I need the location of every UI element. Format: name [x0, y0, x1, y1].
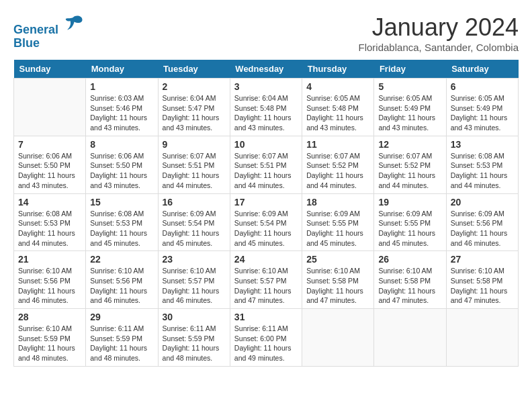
calendar-day-cell: 8Sunrise: 6:06 AM Sunset: 5:50 PM Daylig… [86, 136, 158, 193]
calendar-day-cell [446, 309, 518, 367]
day-of-week-header: Sunday [14, 60, 86, 79]
day-detail: Sunrise: 6:07 AM Sunset: 5:51 PM Dayligh… [163, 151, 226, 191]
day-number: 31 [234, 312, 298, 322]
day-of-week-header: Thursday [302, 60, 374, 79]
day-number: 21 [18, 254, 81, 265]
day-detail: Sunrise: 6:05 AM Sunset: 5:49 PM Dayligh… [451, 93, 514, 133]
day-number: 12 [378, 139, 441, 150]
day-number: 18 [306, 197, 369, 208]
day-detail: Sunrise: 6:10 AM Sunset: 5:58 PM Dayligh… [378, 266, 441, 306]
day-detail: Sunrise: 6:10 AM Sunset: 5:58 PM Dayligh… [451, 266, 514, 306]
day-number: 5 [378, 81, 441, 92]
calendar-day-cell: 21Sunrise: 6:10 AM Sunset: 5:56 PM Dayli… [14, 251, 86, 309]
calendar-day-cell: 1Sunrise: 6:03 AM Sunset: 5:46 PM Daylig… [86, 79, 158, 136]
day-detail: Sunrise: 6:08 AM Sunset: 5:53 PM Dayligh… [18, 209, 81, 248]
day-detail: Sunrise: 6:05 AM Sunset: 5:49 PM Dayligh… [378, 93, 441, 133]
logo: General Blue [13, 13, 83, 50]
day-number: 9 [163, 139, 226, 150]
day-detail: Sunrise: 6:10 AM Sunset: 5:59 PM Dayligh… [18, 324, 81, 363]
day-of-week-header: Monday [86, 60, 158, 79]
day-number: 22 [90, 254, 153, 265]
calendar-day-cell: 16Sunrise: 6:09 AM Sunset: 5:54 PM Dayli… [158, 193, 230, 251]
day-number: 24 [234, 254, 298, 265]
calendar-week-row: 21Sunrise: 6:10 AM Sunset: 5:56 PM Dayli… [14, 251, 519, 309]
day-detail: Sunrise: 6:09 AM Sunset: 5:55 PM Dayligh… [306, 209, 369, 248]
calendar-day-cell: 14Sunrise: 6:08 AM Sunset: 5:53 PM Dayli… [14, 193, 86, 251]
month-title: January 2024 [359, 13, 519, 42]
day-number: 6 [451, 81, 514, 92]
day-number: 26 [378, 254, 441, 265]
day-number: 3 [234, 81, 298, 92]
day-number: 29 [90, 312, 153, 322]
calendar-day-cell: 27Sunrise: 6:10 AM Sunset: 5:58 PM Dayli… [446, 251, 518, 309]
logo-blue: Blue [13, 36, 40, 50]
day-of-week-header: Friday [374, 60, 446, 79]
day-detail: Sunrise: 6:10 AM Sunset: 5:57 PM Dayligh… [234, 266, 298, 306]
day-number: 28 [18, 312, 81, 322]
calendar-week-row: 1Sunrise: 6:03 AM Sunset: 5:46 PM Daylig… [14, 79, 519, 136]
day-number: 17 [234, 197, 298, 208]
day-number: 15 [90, 197, 153, 208]
day-number: 7 [18, 139, 81, 150]
day-of-week-header: Saturday [446, 60, 518, 79]
calendar-day-cell: 5Sunrise: 6:05 AM Sunset: 5:49 PM Daylig… [374, 79, 446, 136]
day-detail: Sunrise: 6:07 AM Sunset: 5:51 PM Dayligh… [234, 151, 298, 191]
calendar-table: SundayMondayTuesdayWednesdayThursdayFrid… [13, 60, 519, 367]
day-detail: Sunrise: 6:04 AM Sunset: 5:47 PM Dayligh… [163, 93, 226, 133]
location: Floridablanca, Santander, Colombia [359, 42, 519, 53]
calendar-day-cell [374, 309, 446, 367]
calendar-day-cell: 28Sunrise: 6:10 AM Sunset: 5:59 PM Dayli… [14, 309, 86, 367]
calendar-day-cell: 26Sunrise: 6:10 AM Sunset: 5:58 PM Dayli… [374, 251, 446, 309]
calendar-day-cell: 10Sunrise: 6:07 AM Sunset: 5:51 PM Dayli… [230, 136, 302, 193]
day-detail: Sunrise: 6:08 AM Sunset: 5:53 PM Dayligh… [451, 151, 514, 191]
day-detail: Sunrise: 6:04 AM Sunset: 5:48 PM Dayligh… [234, 93, 298, 133]
day-number: 8 [90, 139, 153, 150]
day-number: 25 [306, 254, 369, 265]
day-detail: Sunrise: 6:06 AM Sunset: 5:50 PM Dayligh… [18, 151, 81, 191]
calendar-day-cell: 4Sunrise: 6:05 AM Sunset: 5:48 PM Daylig… [302, 79, 374, 136]
day-number: 30 [163, 312, 226, 322]
day-detail: Sunrise: 6:09 AM Sunset: 5:56 PM Dayligh… [451, 209, 514, 248]
calendar-day-cell: 19Sunrise: 6:09 AM Sunset: 5:55 PM Dayli… [374, 193, 446, 251]
calendar-day-cell: 23Sunrise: 6:10 AM Sunset: 5:57 PM Dayli… [158, 251, 230, 309]
day-number: 23 [163, 254, 226, 265]
title-block: January 2024 Floridablanca, Santander, C… [359, 13, 519, 53]
day-number: 2 [163, 81, 226, 92]
day-number: 19 [378, 197, 441, 208]
calendar-day-cell: 2Sunrise: 6:04 AM Sunset: 5:47 PM Daylig… [158, 79, 230, 136]
calendar-day-cell: 18Sunrise: 6:09 AM Sunset: 5:55 PM Dayli… [302, 193, 374, 251]
calendar-day-cell: 12Sunrise: 6:07 AM Sunset: 5:52 PM Dayli… [374, 136, 446, 193]
logo-general: General [13, 23, 58, 36]
calendar-day-cell: 7Sunrise: 6:06 AM Sunset: 5:50 PM Daylig… [14, 136, 86, 193]
calendar-day-cell: 3Sunrise: 6:04 AM Sunset: 5:48 PM Daylig… [230, 79, 302, 136]
page-header: General Blue January 2024 Floridablanca,… [13, 13, 519, 53]
calendar-day-cell: 25Sunrise: 6:10 AM Sunset: 5:58 PM Dayli… [302, 251, 374, 309]
day-detail: Sunrise: 6:10 AM Sunset: 5:56 PM Dayligh… [18, 266, 81, 306]
day-number: 16 [163, 197, 226, 208]
calendar-week-row: 7Sunrise: 6:06 AM Sunset: 5:50 PM Daylig… [14, 136, 519, 193]
calendar-day-cell [302, 309, 374, 367]
day-detail: Sunrise: 6:03 AM Sunset: 5:46 PM Dayligh… [90, 93, 153, 133]
day-detail: Sunrise: 6:10 AM Sunset: 5:58 PM Dayligh… [306, 266, 369, 306]
day-number: 11 [306, 139, 369, 150]
day-of-week-header: Wednesday [230, 60, 302, 79]
calendar-day-cell: 6Sunrise: 6:05 AM Sunset: 5:49 PM Daylig… [446, 79, 518, 136]
day-number: 13 [451, 139, 514, 150]
day-detail: Sunrise: 6:09 AM Sunset: 5:54 PM Dayligh… [163, 209, 226, 248]
calendar-header-row: SundayMondayTuesdayWednesdayThursdayFrid… [14, 60, 519, 79]
calendar-week-row: 28Sunrise: 6:10 AM Sunset: 5:59 PM Dayli… [14, 309, 519, 367]
day-number: 14 [18, 197, 81, 208]
day-detail: Sunrise: 6:11 AM Sunset: 5:59 PM Dayligh… [90, 324, 153, 363]
day-detail: Sunrise: 6:09 AM Sunset: 5:55 PM Dayligh… [378, 209, 441, 248]
calendar-day-cell: 30Sunrise: 6:11 AM Sunset: 5:59 PM Dayli… [158, 309, 230, 367]
day-number: 4 [306, 81, 369, 92]
calendar-week-row: 14Sunrise: 6:08 AM Sunset: 5:53 PM Dayli… [14, 193, 519, 251]
logo-bird-icon [63, 13, 83, 34]
day-detail: Sunrise: 6:11 AM Sunset: 6:00 PM Dayligh… [234, 324, 298, 363]
calendar-day-cell: 17Sunrise: 6:09 AM Sunset: 5:54 PM Dayli… [230, 193, 302, 251]
calendar-day-cell [14, 79, 86, 136]
day-detail: Sunrise: 6:06 AM Sunset: 5:50 PM Dayligh… [90, 151, 153, 191]
day-number: 10 [234, 139, 298, 150]
day-number: 27 [451, 254, 514, 265]
calendar-day-cell: 13Sunrise: 6:08 AM Sunset: 5:53 PM Dayli… [446, 136, 518, 193]
